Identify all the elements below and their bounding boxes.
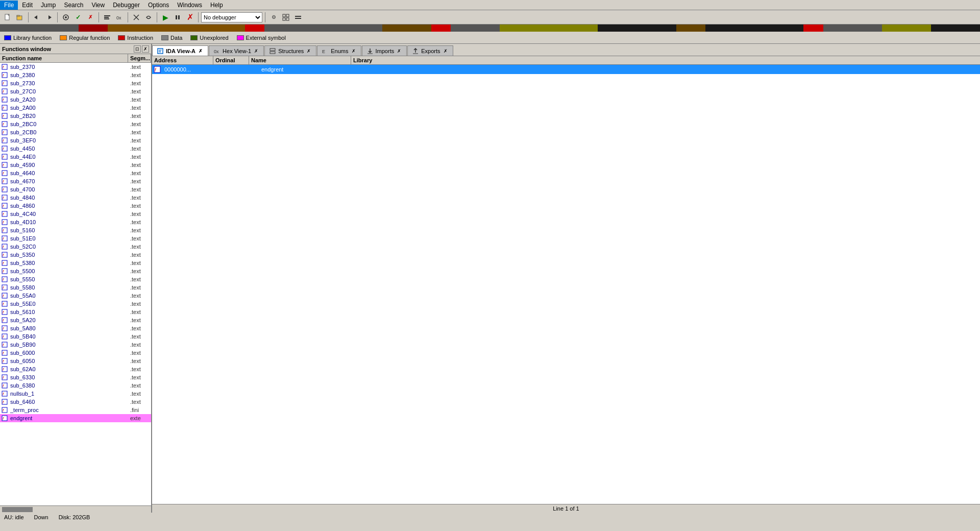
function-row[interactable]: f sub_44E0.text — [0, 153, 151, 161]
toolbar-cross-ref[interactable] — [131, 12, 142, 23]
function-row[interactable]: f sub_62A0.text — [0, 365, 151, 373]
function-row[interactable]: f sub_2730.text — [0, 79, 151, 87]
tab-close-structures[interactable]: ✗ — [306, 48, 312, 54]
function-row[interactable]: f nullsub_1.text — [0, 390, 151, 398]
function-row[interactable]: f sub_5A20.text — [0, 316, 151, 324]
function-row[interactable]: f sub_55A0.text — [0, 292, 151, 300]
function-row[interactable]: f sub_5610.text — [0, 308, 151, 316]
function-row[interactable]: f sub_5B90.text — [0, 341, 151, 349]
menu-windows[interactable]: Windows — [173, 1, 206, 10]
functions-list[interactable]: f sub_2370.text f sub_2380.text f sub_27… — [0, 63, 151, 505]
function-row[interactable]: f sub_2BC0.text — [0, 120, 151, 128]
tab-close-enums[interactable]: ✗ — [351, 48, 357, 54]
function-row[interactable]: f sub_5550.text — [0, 275, 151, 283]
toolbar-morebtns[interactable] — [292, 12, 304, 23]
tab-ida-view-a[interactable]: IDA View-A ✗ — [152, 45, 208, 56]
svg-rect-6 — [104, 15, 110, 16]
function-row[interactable]: f sub_51E0.text — [0, 234, 151, 243]
function-row[interactable]: f sub_52C0.text — [0, 243, 151, 251]
function-row[interactable]: f sub_5380.text — [0, 259, 151, 267]
toolbar-settings[interactable]: ⚙ — [268, 12, 279, 23]
function-row[interactable]: f _term_proc.fini — [0, 406, 151, 414]
function-row[interactable]: f sub_4670.text — [0, 177, 151, 185]
menu-edit[interactable]: Edit — [18, 1, 37, 10]
toolbar-modules[interactable] — [280, 12, 291, 23]
function-row[interactable]: f sub_6050.text — [0, 357, 151, 365]
toolbar-hex[interactable]: 0x — [114, 12, 125, 23]
svg-rect-113 — [270, 49, 275, 51]
function-row[interactable]: f sub_5500.text — [0, 267, 151, 275]
function-name: sub_6380 — [9, 382, 128, 389]
toolbar-run[interactable]: ▶ — [160, 12, 171, 23]
function-row[interactable]: f sub_4840.text — [0, 194, 151, 202]
toolbar-forward[interactable] — [43, 12, 55, 23]
toolbar-pause[interactable] — [172, 12, 183, 23]
debugger-dropdown[interactable]: No debugger — [201, 12, 262, 22]
menu-view[interactable]: View — [87, 1, 109, 10]
menu-file[interactable]: File — [0, 1, 18, 10]
function-row[interactable]: f sub_4700.text — [0, 185, 151, 194]
menu-search[interactable]: Search — [60, 1, 87, 10]
tab-close-hex-view-1[interactable]: ✗ — [253, 48, 259, 54]
tab-close-ida-view-a[interactable]: ✗ — [198, 48, 204, 54]
toolbar-stop[interactable]: ✗ — [184, 12, 195, 23]
function-row[interactable]: f sub_5580.text — [0, 283, 151, 292]
toolbar-back[interactable] — [31, 12, 42, 23]
function-row[interactable]: f sub_2CB0.text — [0, 128, 151, 136]
function-row[interactable]: f sub_2370.text — [0, 63, 151, 71]
function-row[interactable]: f sub_6380.text — [0, 381, 151, 390]
imports-list[interactable]: f 0000000...endgrent — [152, 65, 980, 504]
toolbar-disasm[interactable] — [102, 12, 113, 23]
function-row[interactable]: f sub_3EF0.text — [0, 136, 151, 144]
function-name: sub_3EF0 — [9, 137, 128, 143]
menu-help[interactable]: Help — [206, 1, 227, 10]
function-row[interactable]: f sub_4D10.text — [0, 218, 151, 226]
svg-rect-8 — [104, 18, 109, 19]
function-row[interactable]: f sub_2A00.text — [0, 104, 151, 112]
toolbar-refs[interactable] — [143, 12, 154, 23]
function-segment: .text — [128, 105, 151, 111]
toolbar-new[interactable] — [2, 12, 13, 23]
function-icon: f — [1, 333, 8, 340]
function-row[interactable]: f sub_2B20.text — [0, 112, 151, 120]
function-row[interactable]: f sub_4590.text — [0, 161, 151, 169]
toolbar-btn1[interactable] — [60, 12, 71, 23]
menu-jump[interactable]: Jump — [37, 1, 60, 10]
function-row[interactable]: f sub_4450.text — [0, 144, 151, 153]
function-row[interactable]: f sub_6000.text — [0, 349, 151, 357]
tab-exports[interactable]: Exports ✗ — [407, 45, 453, 56]
tab-close-exports[interactable]: ✗ — [443, 48, 449, 54]
menu-debugger[interactable]: Debugger — [109, 1, 144, 10]
function-row[interactable]: f sub_5350.text — [0, 251, 151, 259]
function-row[interactable]: f sub_5A80.text — [0, 324, 151, 332]
titlebar-close[interactable]: ✗ — [142, 45, 149, 53]
tab-hex-view-1[interactable]: 0x Hex View-1 ✗ — [209, 45, 264, 56]
menu-options[interactable]: Options — [144, 1, 173, 10]
function-row[interactable]: f sub_4640.text — [0, 169, 151, 177]
function-row[interactable]: f sub_5160.text — [0, 226, 151, 234]
titlebar-restore[interactable]: ⊡ — [134, 45, 141, 53]
function-row[interactable]: f sub_2A20.text — [0, 95, 151, 104]
function-icon: f — [1, 374, 8, 381]
function-row[interactable]: f sub_55E0.text — [0, 300, 151, 308]
function-row[interactable]: f sub_4860.text — [0, 202, 151, 210]
toolbar-btn3[interactable]: ✗ — [85, 12, 96, 23]
toolbar-open[interactable] — [14, 12, 26, 23]
tab-enums[interactable]: E Enums ✗ — [317, 45, 361, 56]
function-row[interactable]: f sub_27C0.text — [0, 87, 151, 95]
navmap[interactable] — [0, 25, 980, 32]
function-row[interactable]: f sub_4C40.text — [0, 210, 151, 218]
function-row[interactable]: f sub_2380.text — [0, 71, 151, 79]
function-row[interactable]: f sub_6460.text — [0, 398, 151, 406]
function-row[interactable]: f sub_5B40.text — [0, 332, 151, 341]
tab-close-imports[interactable]: ✗ — [396, 48, 402, 54]
tab-imports[interactable]: Imports ✗ — [362, 45, 407, 56]
tab-structures[interactable]: Structures ✗ — [264, 45, 316, 56]
function-row[interactable]: f endgrentexte — [0, 414, 151, 422]
function-row[interactable]: f sub_6330.text — [0, 373, 151, 381]
toolbar-btn2[interactable]: ✓ — [72, 12, 84, 23]
functions-scroll-x[interactable] — [0, 505, 151, 513]
toolbar-sep-7 — [265, 12, 265, 22]
import-row[interactable]: f 0000000...endgrent — [152, 65, 980, 74]
right-panel: IDA View-A ✗ 0x Hex View-1 ✗ Structures … — [152, 44, 980, 513]
